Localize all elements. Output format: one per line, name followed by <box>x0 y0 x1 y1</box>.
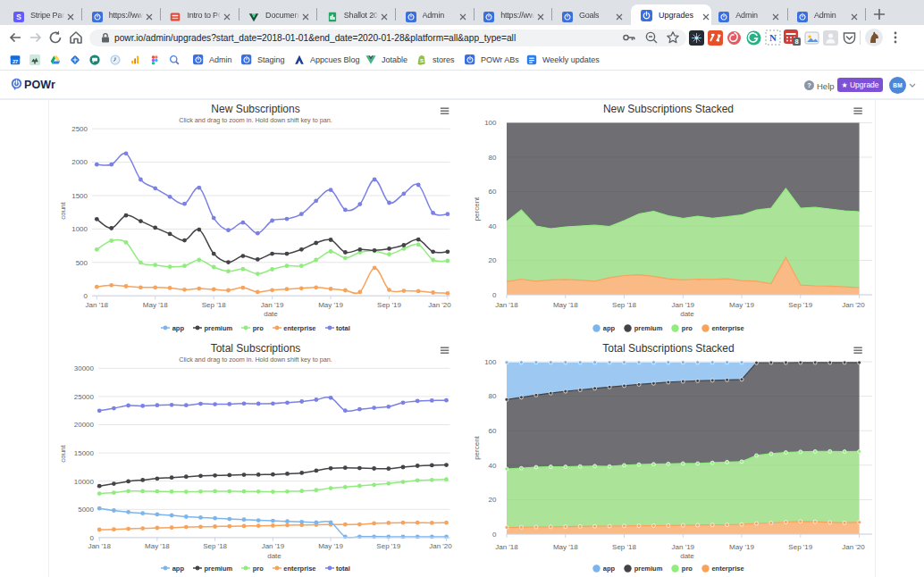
svg-text:0: 0 <box>90 534 95 542</box>
svg-text:0: 0 <box>492 531 497 539</box>
svg-text:N: N <box>769 32 777 43</box>
svg-text:Sep '18: Sep '18 <box>612 301 636 309</box>
svg-text:Sep '18: Sep '18 <box>203 542 227 550</box>
svg-text:2000: 2000 <box>71 158 88 166</box>
svg-text:Jan '20: Jan '20 <box>429 542 452 550</box>
svg-text:5000: 5000 <box>78 506 94 514</box>
svg-text:Jan '18: Jan '18 <box>495 543 518 551</box>
svg-text:100: 100 <box>484 358 497 366</box>
svg-text:Jan '19: Jan '19 <box>262 542 285 550</box>
svg-text:percent: percent <box>473 197 481 221</box>
svg-text:May '19: May '19 <box>318 542 343 550</box>
svg-text:1500: 1500 <box>71 192 88 200</box>
svg-text:40: 40 <box>489 222 497 230</box>
svg-text:60: 60 <box>489 427 497 435</box>
svg-text:New Subscriptions: New Subscriptions <box>211 103 299 115</box>
svg-text:1000: 1000 <box>71 225 88 233</box>
svg-text:Sep '18: Sep '18 <box>612 543 636 551</box>
svg-text:S: S <box>16 13 21 21</box>
svg-text:Sep '19: Sep '19 <box>788 543 812 551</box>
svg-text:Sep '19: Sep '19 <box>377 301 401 309</box>
svg-text:Click and drag to zoom in. Hol: Click and drag to zoom in. Hold down shi… <box>179 116 332 124</box>
svg-text:count: count <box>59 201 67 219</box>
svg-text:?: ? <box>807 81 811 89</box>
svg-text:10000: 10000 <box>74 478 95 486</box>
svg-text:8: 8 <box>794 38 798 46</box>
svg-text:0: 0 <box>84 292 88 300</box>
svg-text:20: 20 <box>489 256 497 264</box>
svg-text:Total Subscriptions Stacked: Total Subscriptions Stacked <box>602 342 734 355</box>
svg-text:Jan '20: Jan '20 <box>842 301 865 309</box>
svg-text:20: 20 <box>489 496 497 504</box>
svg-text:count: count <box>59 444 67 462</box>
svg-text:Jan '19: Jan '19 <box>672 543 695 551</box>
svg-text:Click and drag to zoom in. Hol: Click and drag to zoom in. Hold down shi… <box>179 355 332 364</box>
svg-text:80: 80 <box>489 392 497 400</box>
svg-text:May '19: May '19 <box>318 301 343 309</box>
svg-text:2500: 2500 <box>71 125 88 133</box>
svg-text:Jan '20: Jan '20 <box>428 301 451 309</box>
svg-text:500: 500 <box>76 259 88 267</box>
svg-text:date: date <box>680 552 694 560</box>
svg-text:20000: 20000 <box>74 421 95 429</box>
svg-text:40: 40 <box>489 462 497 470</box>
svg-text:New Subscriptions Stacked: New Subscriptions Stacked <box>603 103 734 115</box>
svg-text:May '18: May '18 <box>143 301 168 309</box>
svg-text:Jan '18: Jan '18 <box>88 542 111 550</box>
svg-text:27: 27 <box>13 59 18 64</box>
svg-text:15000: 15000 <box>74 449 95 457</box>
svg-text:Jan '19: Jan '19 <box>261 301 284 309</box>
svg-text:percent: percent <box>473 435 481 459</box>
svg-text:Sep '18: Sep '18 <box>202 301 226 309</box>
svg-text:25000: 25000 <box>74 393 95 401</box>
svg-text:Sep '19: Sep '19 <box>376 542 400 550</box>
svg-text:date: date <box>680 310 694 318</box>
svg-text:Jan '18: Jan '18 <box>495 301 518 309</box>
svg-text:Jan '20: Jan '20 <box>842 543 865 551</box>
svg-text:May '18: May '18 <box>553 301 578 309</box>
svg-text:date: date <box>264 310 278 318</box>
svg-text:0: 0 <box>492 291 497 299</box>
svg-text:May '18: May '18 <box>145 542 170 550</box>
svg-text:May '19: May '19 <box>729 543 754 551</box>
svg-text:60: 60 <box>489 188 497 196</box>
svg-text:Total Subscriptions: Total Subscriptions <box>211 342 301 355</box>
svg-text:May '19: May '19 <box>729 301 754 309</box>
svg-text:30000: 30000 <box>74 364 95 372</box>
svg-text:Jan '19: Jan '19 <box>672 301 695 309</box>
svg-text:Sep '19: Sep '19 <box>788 301 812 309</box>
svg-text:May '18: May '18 <box>553 543 578 551</box>
svg-text:S: S <box>420 58 424 63</box>
svg-text:100: 100 <box>484 119 497 127</box>
svg-text:date: date <box>267 552 281 560</box>
svg-text:80: 80 <box>489 154 497 162</box>
svg-text:Jan '18: Jan '18 <box>86 301 109 309</box>
